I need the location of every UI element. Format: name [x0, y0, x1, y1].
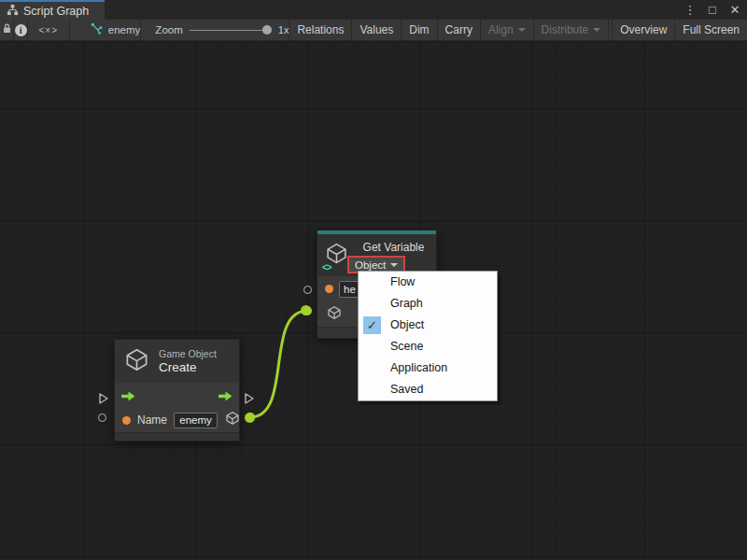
name-port-row: Name: [115, 408, 239, 432]
toolbar-button-dim[interactable]: Dim: [402, 20, 437, 40]
name-port-label: Name: [137, 413, 167, 427]
zoom-control: Zoom 1x: [141, 20, 289, 40]
create-result-out-port[interactable]: [245, 413, 255, 423]
zoom-label: Zoom: [155, 24, 182, 35]
toolbar-button-carry[interactable]: Carry: [438, 20, 481, 40]
more-options-button[interactable]: ⋮: [682, 2, 698, 19]
node-game-object-create[interactable]: Game Object Create Name: [114, 339, 240, 441]
graph-name-label: enemy: [108, 24, 141, 35]
menu-item-saved[interactable]: Saved: [359, 379, 497, 400]
tab-title: Script Graph: [23, 5, 89, 18]
toolbar-button-distribute[interactable]: Distribute: [534, 20, 610, 40]
info-button[interactable]: i: [14, 20, 27, 40]
graph-breadcrumb[interactable]: enemy: [70, 20, 142, 40]
zoom-slider-handle[interactable]: [262, 25, 272, 35]
menu-item-flow[interactable]: Flow: [359, 272, 497, 293]
node-title: Get Variable: [353, 241, 434, 254]
toolbar-button-align[interactable]: Align: [481, 20, 534, 40]
scope-dropdown-value: Object: [355, 259, 386, 271]
script-graph-window: Script Graph ⋮ □ ✕ i <×>: [0, 0, 747, 560]
node-header: Game Object Create: [115, 340, 239, 383]
game-object-cube-icon: [124, 347, 149, 376]
toolbar-button-fullscreen[interactable]: Full Screen: [675, 20, 747, 40]
graph-toolbar: i <×> enemy Zoom 1x Relations: [0, 20, 747, 41]
maximize-button[interactable]: □: [704, 2, 721, 19]
info-icon: i: [15, 24, 27, 36]
chevron-down-icon: [390, 263, 398, 267]
toolbar-button-relations[interactable]: Relations: [289, 20, 352, 40]
window-controls: ⋮ □ ✕: [682, 0, 743, 20]
menu-item-scene[interactable]: Scene: [359, 336, 497, 357]
kebab-icon: ⋮: [684, 3, 697, 17]
lock-icon: [2, 21, 12, 38]
scope-dropdown-menu: Flow Graph ✓ Object Scene Application Sa…: [358, 271, 498, 401]
maximize-icon: □: [709, 3, 716, 17]
create-flow-in-port[interactable]: [98, 392, 109, 409]
zoom-value: 1x: [278, 24, 289, 35]
game-object-input-cube-icon[interactable]: [327, 305, 342, 324]
flow-in-arrow-icon[interactable]: [120, 389, 136, 406]
create-name-in-port[interactable]: [98, 413, 106, 422]
variable-cube-icon: <>: [325, 242, 348, 269]
menu-item-object[interactable]: ✓ Object: [359, 315, 497, 336]
game-object-output-cube-icon[interactable]: [225, 411, 240, 429]
create-flow-out-port[interactable]: [244, 392, 255, 409]
close-button[interactable]: ✕: [726, 2, 743, 19]
code-brackets-icon: <>: [322, 262, 331, 273]
zoom-slider[interactable]: [190, 25, 272, 35]
zoom-slider-track: [190, 30, 268, 32]
menu-item-graph[interactable]: Graph: [359, 293, 497, 315]
chevron-down-icon: [518, 28, 526, 32]
flow-out-arrow-icon[interactable]: [218, 389, 233, 406]
name-value-port[interactable]: [325, 285, 333, 293]
toolbar-button-overview[interactable]: Overview: [612, 20, 675, 40]
code-preview-button[interactable]: <×>: [28, 20, 70, 40]
getvar-object-in-port[interactable]: [301, 305, 311, 315]
graph-tree-icon: [7, 3, 19, 20]
getvar-name-in-port[interactable]: [303, 286, 312, 294]
window-titlebar: Script Graph ⋮ □ ✕: [0, 0, 747, 20]
node-footer: [115, 432, 239, 441]
checkmark-icon: ✓: [363, 316, 381, 334]
toolbar-button-values[interactable]: Values: [352, 20, 402, 40]
tab-script-graph[interactable]: Script Graph: [0, 0, 105, 20]
graph-share-icon: [91, 21, 103, 38]
name-value-port[interactable]: [122, 416, 131, 425]
menu-item-application[interactable]: Application: [359, 357, 497, 379]
lock-button[interactable]: [0, 20, 14, 40]
close-icon: ✕: [730, 3, 740, 17]
node-type-label: Game Object: [159, 348, 217, 359]
name-input[interactable]: [174, 413, 218, 428]
flow-port-row: [115, 383, 239, 408]
node-title: Create: [159, 360, 217, 374]
code-icon: <×>: [39, 25, 59, 35]
chevron-down-icon: [593, 28, 600, 32]
